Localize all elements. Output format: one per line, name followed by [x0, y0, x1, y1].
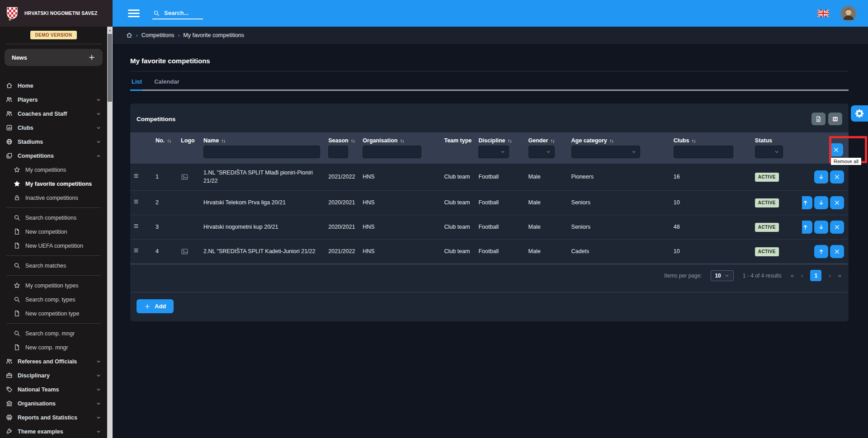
- sort-icon[interactable]: ↑↓: [351, 138, 355, 143]
- sidebar-item-national-teams[interactable]: National Teams: [0, 382, 107, 396]
- sidebar-item-disciplinary[interactable]: Disciplinary: [0, 368, 107, 382]
- tab-list[interactable]: List: [132, 78, 142, 89]
- last-page-button[interactable]: »: [838, 272, 841, 279]
- sort-icon[interactable]: ↑↓: [221, 138, 225, 143]
- sidebar-item-search-competitions[interactable]: Search competitions: [0, 211, 107, 225]
- sidebar-item-my-competitions[interactable]: My competitions: [0, 163, 107, 177]
- sidebar: HRVATSKI NOGOMETNI SAVEZ DEMO VERSION Ne…: [0, 0, 113, 438]
- filter-cell-team_type: [441, 145, 476, 164]
- plus-icon[interactable]: [88, 54, 95, 61]
- drag-handle[interactable]: [133, 223, 139, 229]
- column-settings-button[interactable]: [828, 113, 842, 125]
- menu-icon: [133, 173, 139, 179]
- card-title: Competitions: [137, 116, 175, 122]
- column-header-name[interactable]: Name↑↓: [201, 132, 326, 145]
- sidebar-item-coaches-and-staff[interactable]: Coaches and Staff: [0, 107, 107, 121]
- image-icon: [181, 248, 189, 255]
- sort-icon[interactable]: ↑↓: [609, 138, 613, 143]
- prev-page-button[interactable]: ‹: [801, 272, 803, 279]
- column-header-age_category[interactable]: Age category↑↓: [569, 132, 671, 145]
- sidebar-item-label: Clubs: [18, 125, 33, 131]
- drag-handle[interactable]: [133, 198, 139, 205]
- filter-discipline-select[interactable]: [478, 146, 509, 158]
- remove-button[interactable]: [830, 221, 844, 234]
- sort-icon[interactable]: ↑↓: [167, 138, 171, 143]
- column-header-gender[interactable]: Gender↑↓: [526, 132, 569, 145]
- next-page-button[interactable]: ›: [829, 272, 830, 279]
- sidebar-item-new-competition[interactable]: New competition: [0, 225, 107, 239]
- home-icon[interactable]: [126, 32, 132, 38]
- move-down-button[interactable]: [814, 196, 828, 209]
- column-header-no[interactable]: No.↑↓: [153, 132, 178, 145]
- move-down-button[interactable]: [814, 170, 828, 184]
- first-page-button[interactable]: «: [791, 272, 794, 279]
- remove-button[interactable]: [830, 196, 844, 209]
- sidebar-item-theme-examples[interactable]: Theme examples: [0, 424, 107, 438]
- user-avatar[interactable]: [841, 6, 856, 21]
- sidebar-item-competitions[interactable]: Competitions: [0, 149, 107, 163]
- export-excel-button[interactable]: [811, 113, 826, 125]
- sidebar-item-new-uefa-competition[interactable]: New UEFA competition: [0, 239, 107, 253]
- settings-button[interactable]: [851, 105, 868, 122]
- current-page-button[interactable]: 1: [810, 270, 821, 281]
- filter-age_category-select[interactable]: [571, 146, 640, 158]
- filter-gender-select[interactable]: [528, 146, 555, 158]
- sort-icon[interactable]: ↑↓: [508, 138, 512, 143]
- add-button[interactable]: Add: [137, 299, 174, 313]
- move-up-button[interactable]: [802, 196, 812, 209]
- sort-icon[interactable]: ↑↓: [400, 138, 404, 143]
- drag-handle[interactable]: [133, 247, 139, 254]
- cell-name: 2.NL "SREDIŠTA SPLIT Kadeti-Juniori 21/2…: [201, 240, 326, 264]
- sidebar-item-search-matches[interactable]: Search matches: [0, 259, 107, 273]
- chevron-down-icon: [96, 97, 101, 103]
- sidebar-item-players[interactable]: Players: [0, 93, 107, 107]
- column-header-clubs[interactable]: Clubs↑↓: [671, 132, 752, 145]
- filter-name-input[interactable]: [203, 146, 320, 158]
- sidebar-item-referees-and-officials[interactable]: Referees and Officials: [0, 354, 107, 368]
- sidebar-menu: HomePlayersCoaches and StaffClubsStadium…: [0, 74, 107, 438]
- move-up-button[interactable]: [814, 245, 828, 258]
- tab-calendar[interactable]: Calendar: [154, 78, 179, 89]
- filter-status-select[interactable]: [755, 146, 783, 158]
- sidebar-item-search-comp-types[interactable]: Search comp. types: [0, 292, 107, 306]
- sidebar-item-new-comp-mngr[interactable]: New comp. mngr: [0, 340, 107, 354]
- sidebar-item-my-favorite-competitions[interactable]: My favorite competitions: [0, 177, 107, 191]
- column-header-season[interactable]: Season↑↓: [326, 132, 360, 145]
- sidebar-item-reports-and-statistics[interactable]: Reports and Statistics: [0, 410, 107, 424]
- sidebar-item-organisations[interactable]: Organisations: [0, 396, 107, 410]
- drag-handle[interactable]: [133, 173, 139, 179]
- filter-season-input[interactable]: [328, 146, 348, 158]
- file-icon: [14, 228, 20, 235]
- remove-button[interactable]: [830, 170, 844, 184]
- remove-all-button[interactable]: [829, 143, 843, 156]
- uk-flag-icon[interactable]: [817, 9, 829, 17]
- sort-icon[interactable]: ↑↓: [550, 138, 554, 143]
- remove-button[interactable]: [830, 245, 844, 258]
- breadcrumb-competitions[interactable]: Competitions: [142, 32, 175, 38]
- sidebar-item-home[interactable]: Home: [0, 79, 107, 93]
- bank-icon: [6, 400, 13, 407]
- move-down-button[interactable]: [814, 221, 828, 234]
- sidebar-item-new-competition-type[interactable]: New competition type: [0, 306, 107, 320]
- card-toolbar: [811, 113, 842, 125]
- sort-icon[interactable]: ↑↓: [691, 138, 695, 143]
- search-input[interactable]: [163, 9, 199, 17]
- sidebar-item-inactive-competitions[interactable]: Inactive competitions: [0, 191, 107, 205]
- table-row: 11.NL "SREDIŠTA SPLIT Mlađi pioniri-Pion…: [130, 164, 849, 191]
- sidebar-item-my-competition-types[interactable]: My competition types: [0, 278, 107, 292]
- column-header-discipline[interactable]: Discipline↑↓: [476, 132, 525, 145]
- filter-clubs-input[interactable]: [674, 146, 733, 158]
- items-per-page-select[interactable]: 10: [711, 270, 733, 281]
- hamburger-menu-icon[interactable]: [128, 8, 140, 19]
- filter-organisation-input[interactable]: [363, 146, 421, 158]
- column-header-organisation[interactable]: Organisation↑↓: [360, 132, 441, 145]
- news-panel[interactable]: News: [5, 49, 103, 66]
- move-up-button[interactable]: [802, 221, 812, 234]
- breadcrumb-current[interactable]: My favorite competitions: [183, 32, 244, 38]
- scrollbar-thumb[interactable]: [108, 34, 112, 102]
- scrollbar-up-arrow[interactable]: ▲: [107, 27, 113, 33]
- sidebar-item-stadiums[interactable]: Stadiums: [0, 135, 107, 149]
- sidebar-item-search-comp-mngr[interactable]: Search comp. mngr: [0, 326, 107, 340]
- sidebar-item-clubs[interactable]: Clubs: [0, 121, 107, 135]
- users-icon: [6, 110, 13, 117]
